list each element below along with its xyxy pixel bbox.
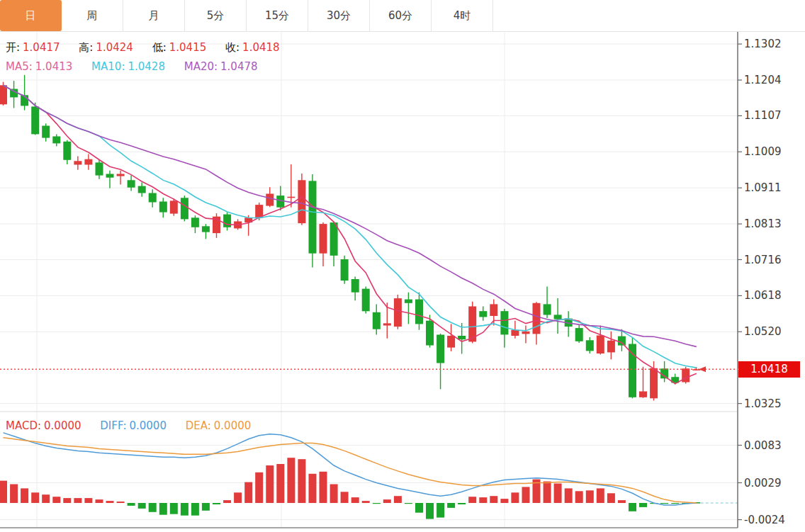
macd-bar <box>629 503 636 511</box>
candle <box>159 202 167 213</box>
candle <box>405 300 412 303</box>
candle <box>255 205 263 217</box>
macd-bar <box>96 499 103 503</box>
macd-bar <box>586 490 594 503</box>
macd-bar <box>437 503 444 518</box>
macd-bar <box>213 503 220 504</box>
candle <box>202 226 210 232</box>
macd-bar <box>544 482 551 503</box>
macd-bar <box>383 499 391 503</box>
candle <box>0 85 7 104</box>
price-axis-label: 1.0813 <box>744 217 782 230</box>
ma20-line <box>4 85 697 346</box>
macd-bar <box>298 459 305 503</box>
macd-bar <box>42 494 50 503</box>
macd-bar <box>500 499 508 503</box>
candle <box>191 217 199 227</box>
candle <box>639 392 647 397</box>
tab-15min[interactable]: 15分 <box>247 0 308 31</box>
ma5-line <box>4 85 697 383</box>
candle <box>287 197 295 198</box>
tab-week[interactable]: 周 <box>62 0 123 31</box>
macd-bar <box>426 503 434 519</box>
ohlc-legend: 开:1.0417 高:1.0424 低:1.0415 收:1.0418 <box>6 41 283 55</box>
tab-30min[interactable]: 30分 <box>308 0 370 31</box>
macd-bar <box>149 503 157 512</box>
ma5-label: MA5: <box>6 60 33 73</box>
tab-month[interactable]: 月 <box>123 0 185 31</box>
tab-4hour[interactable]: 4时 <box>432 0 493 31</box>
candle <box>458 336 466 339</box>
macd-axis-label: 0.0083 <box>744 439 782 452</box>
candle <box>149 193 157 203</box>
macd-axis-label: -0.0024 <box>744 514 785 526</box>
macd-bar <box>21 488 28 503</box>
candle <box>607 341 615 353</box>
dea-value: 0.0000 <box>214 419 252 432</box>
macd-label: MACD: <box>6 419 41 432</box>
candle <box>682 368 689 382</box>
candle <box>138 186 146 193</box>
chart-app: 1.13021.12041.11071.10091.09111.08131.07… <box>0 0 805 532</box>
macd-bar <box>341 492 349 503</box>
macd-bar <box>373 503 381 504</box>
price-axis-label: 1.1107 <box>744 109 782 122</box>
macd-bar <box>244 482 252 503</box>
tab-5min[interactable]: 5分 <box>185 0 247 31</box>
macd-bar <box>106 501 114 503</box>
macd-bar <box>234 492 242 503</box>
price-axis-label: 1.0716 <box>744 254 782 266</box>
candle <box>394 298 402 327</box>
macd-bar <box>394 496 402 503</box>
diff-value: 0.0000 <box>129 419 167 432</box>
candlestick-chart[interactable]: 1.13021.12041.11071.10091.09111.08131.07… <box>0 0 805 532</box>
low-label: 低: <box>152 41 167 54</box>
macd-bar <box>415 503 423 513</box>
macd-axis-label: 0.0029 <box>744 477 782 489</box>
candle <box>447 336 455 348</box>
ma20-value: 1.0478 <box>220 60 258 73</box>
candle <box>330 222 338 256</box>
macd-bar <box>191 503 199 516</box>
macd-bar <box>84 498 92 503</box>
candle <box>437 335 444 363</box>
high-value: 1.0424 <box>96 41 133 54</box>
candle <box>128 180 135 187</box>
candle <box>373 312 381 329</box>
candle <box>586 340 594 351</box>
tab-60min[interactable]: 60分 <box>370 0 432 31</box>
tab-day[interactable]: 日 <box>0 0 62 31</box>
macd-bar <box>0 481 7 503</box>
candle <box>479 311 487 317</box>
macd-bar <box>31 492 39 503</box>
ma-legend: MA5:1.0413 MA10:1.0428 MA20:1.0478 <box>6 60 261 73</box>
candle <box>490 304 497 316</box>
macd-bar <box>351 497 359 503</box>
candle <box>181 198 188 219</box>
price-axis-label: 1.0520 <box>744 325 782 338</box>
ma5-value: 1.0413 <box>35 60 73 73</box>
candle <box>533 303 541 334</box>
open-value: 1.0417 <box>23 41 60 54</box>
candle <box>42 126 50 138</box>
candle <box>362 289 370 312</box>
macd-bar <box>74 498 81 503</box>
candle <box>266 194 274 206</box>
macd-bar <box>490 496 497 503</box>
macd-bar <box>511 492 519 503</box>
open-label: 开: <box>6 41 20 54</box>
ma10-value: 1.0428 <box>128 60 165 73</box>
ma20-label: MA20: <box>184 60 218 73</box>
candle <box>618 336 626 346</box>
macd-legend: MACD:0.0000 DIFF:0.0000 DEA:0.0000 <box>6 419 254 432</box>
macd-bar <box>575 491 583 503</box>
candle <box>63 142 71 160</box>
macd-bar <box>52 497 60 503</box>
price-axis-label: 1.1204 <box>744 74 782 86</box>
macd-bar <box>565 488 573 503</box>
macd-bar <box>458 503 466 504</box>
macd-bar <box>309 474 317 503</box>
macd-bar <box>522 487 530 503</box>
macd-bar <box>159 503 167 515</box>
price-axis-label: 1.0618 <box>744 289 782 302</box>
